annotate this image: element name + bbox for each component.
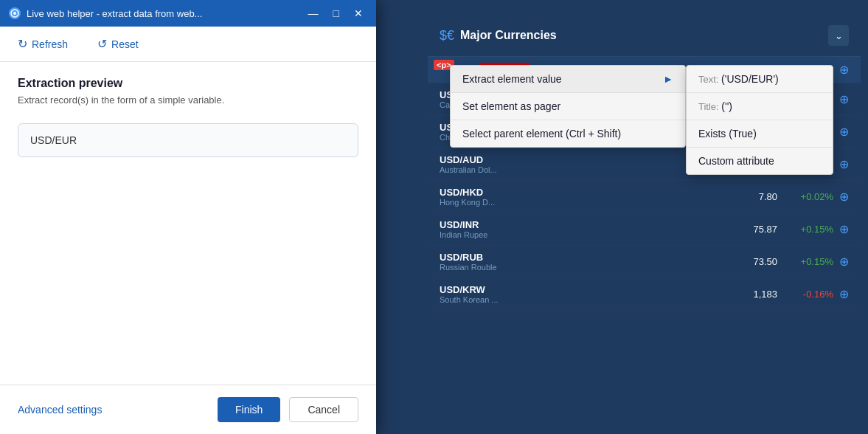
add-button[interactable]: ⊕: [839, 287, 849, 301]
submenu-custom-value: Custom attribute: [698, 155, 774, 167]
pair-name: USD/HKD: [440, 187, 513, 198]
add-button[interactable]: ⊕: [839, 63, 849, 77]
submenu-item-custom[interactable]: Custom attribute: [687, 148, 833, 174]
pair-desc: Hong Kong D...: [440, 198, 513, 207]
currency-icon: $€: [440, 28, 454, 44]
add-button[interactable]: ⊕: [839, 157, 849, 171]
refresh-icon: ↻: [18, 37, 27, 51]
table-row[interactable]: USD/INR Indian Rupee 75.87 +0.15% ⊕: [428, 213, 861, 246]
footer-buttons: Finish Cancel: [218, 397, 358, 422]
context-menu-pager-label: Set element as pager: [462, 100, 560, 112]
pair-desc: South Korean ...: [440, 295, 513, 304]
preview-box: USD/EUR: [18, 123, 358, 157]
finish-button[interactable]: Finish: [218, 397, 280, 422]
cancel-button[interactable]: Cancel: [289, 397, 358, 422]
dialog-footer: Advanced settings Finish Cancel: [0, 385, 376, 434]
context-menu-item-extract[interactable]: Extract element value ►: [451, 66, 685, 93]
submenu-text-value: ('USD/EUR'): [721, 73, 779, 85]
add-button[interactable]: ⊕: [839, 190, 849, 204]
dialog-content: Extraction preview Extract record(s) in …: [0, 62, 376, 385]
context-menu-item-parent[interactable]: Select parent element (Ctrl + Shift): [451, 120, 685, 147]
currency-change: +0.15%: [789, 256, 833, 267]
refresh-button[interactable]: ↻ Refresh: [12, 34, 74, 54]
pair-name: USD/INR: [440, 219, 513, 230]
currency-rate: 75.87: [733, 224, 777, 235]
extraction-title: Extraction preview: [18, 77, 358, 90]
table-row[interactable]: USD/KRW South Korean ... 1,183 -0.16% ⊕: [428, 278, 861, 311]
restore-button[interactable]: □: [329, 6, 344, 21]
close-button[interactable]: ✕: [350, 6, 367, 21]
context-menu: Extract element value ► Set element as p…: [450, 65, 686, 148]
submenu-item-exists[interactable]: Exists (True): [687, 120, 833, 148]
currency-change: +0.15%: [789, 224, 833, 235]
pair-desc: Australian Dol...: [440, 165, 513, 174]
currency-change: +0.02%: [789, 191, 833, 202]
currency-panel-header: $€ Major Currencies ⌄: [428, 15, 861, 57]
currency-pair: USD/AUD Australian Dol...: [440, 154, 513, 174]
context-menu-item-pager[interactable]: Set element as pager: [451, 93, 685, 120]
submenu-item-text[interactable]: Text: ('USD/EUR'): [687, 66, 833, 93]
context-menu-parent-label: Select parent element (Ctrl + Shift): [462, 128, 621, 140]
currency-change: -0.16%: [789, 289, 833, 300]
table-row[interactable]: USD/RUB Russian Rouble 73.50 +0.15% ⊕: [428, 246, 861, 278]
context-menu-extract-label: Extract element value: [462, 73, 562, 85]
currency-pair: USD/INR Indian Rupee: [440, 219, 513, 239]
currency-pair: USD/HKD Hong Kong D...: [440, 187, 513, 207]
submenu: Text: ('USD/EUR') Title: ('') Exists (Tr…: [686, 65, 833, 175]
reset-icon: ↺: [97, 37, 107, 51]
toolbar: ↻ Refresh ↺ Reset: [0, 27, 376, 62]
currency-rate: 73.50: [733, 256, 777, 267]
preview-value: USD/EUR: [30, 134, 77, 146]
svg-point-1: [13, 12, 16, 15]
advanced-settings-link[interactable]: Advanced settings: [18, 404, 102, 416]
add-button[interactable]: ⊕: [839, 125, 849, 139]
currency-pair: USD/RUB Russian Rouble: [440, 252, 513, 272]
titlebar: Live web helper - extract data from web.…: [0, 0, 376, 27]
extraction-subtitle: Extract record(s) in the form of a simpl…: [18, 94, 358, 106]
pair-desc: Indian Rupee: [440, 230, 513, 239]
submenu-title-prefix: Title:: [698, 101, 721, 112]
dialog-panel: Live web helper - extract data from web.…: [0, 0, 376, 434]
currency-rate: 7.80: [733, 191, 777, 202]
currency-panel-title: Major Currencies: [460, 29, 557, 42]
add-button[interactable]: ⊕: [839, 222, 849, 236]
titlebar-controls: — □ ✕: [304, 6, 367, 21]
pair-name: USD/KRW: [440, 284, 513, 295]
reset-label: Reset: [111, 38, 139, 50]
titlebar-title: Live web helper - extract data from web.…: [27, 8, 304, 19]
submenu-text-prefix: Text:: [698, 74, 721, 85]
add-button[interactable]: ⊕: [839, 92, 849, 106]
currency-rate: 1,183: [733, 289, 777, 300]
collapse-button[interactable]: ⌄: [828, 25, 849, 46]
submenu-title-value: (''): [721, 100, 732, 112]
reset-button[interactable]: ↺ Reset: [91, 34, 145, 54]
refresh-label: Refresh: [32, 38, 68, 50]
pair-name: USD/RUB: [440, 252, 513, 263]
pair-desc: Russian Rouble: [440, 263, 513, 272]
chevron-right-icon: ►: [663, 73, 673, 85]
submenu-exists-value: Exists (True): [698, 128, 757, 140]
submenu-item-title[interactable]: Title: (''): [687, 93, 833, 120]
currency-pair: USD/KRW South Korean ...: [440, 284, 513, 304]
add-button[interactable]: ⊕: [839, 255, 849, 269]
minimize-button[interactable]: —: [304, 6, 323, 21]
app-icon: [9, 7, 21, 19]
table-row[interactable]: USD/HKD Hong Kong D... 7.80 +0.02% ⊕: [428, 181, 861, 213]
pair-name: USD/AUD: [440, 154, 513, 165]
